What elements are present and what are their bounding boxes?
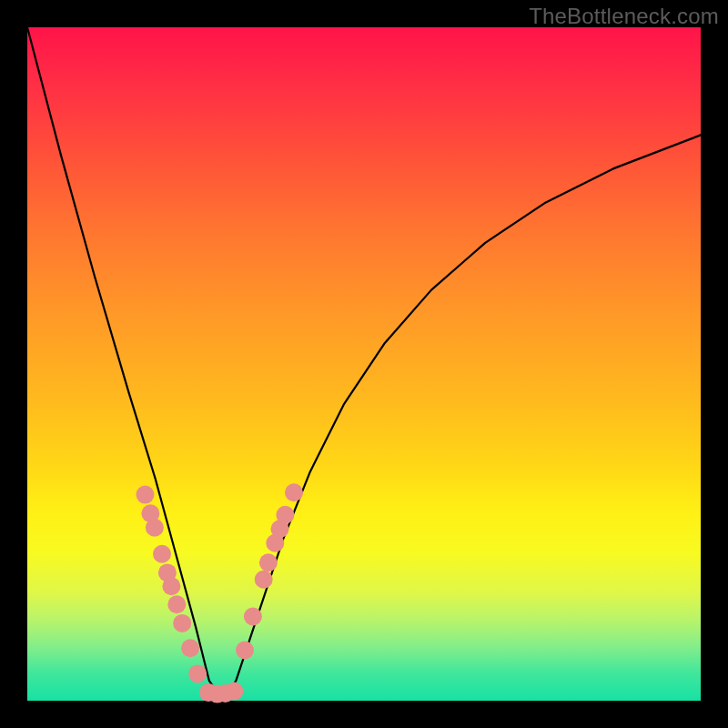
highlight-dot (167, 595, 186, 613)
highlight-dot (285, 483, 303, 501)
chart-svg (27, 27, 701, 701)
highlight-dot (225, 682, 243, 701)
highlight-dots (136, 483, 304, 703)
highlight-dot (173, 614, 191, 632)
highlight-dot (236, 642, 254, 660)
chart-frame: TheBottleneck.com (0, 0, 728, 728)
highlight-dot (153, 545, 171, 563)
watermark-text: TheBottleneck.com (529, 4, 719, 29)
highlight-dot (181, 639, 199, 657)
plot-area (27, 27, 701, 701)
highlight-dot (259, 553, 278, 571)
highlight-dot (136, 486, 155, 504)
highlight-dot (188, 664, 207, 682)
bottleneck-curve (27, 27, 701, 701)
highlight-dot (244, 608, 262, 626)
highlight-dot (255, 571, 273, 589)
highlight-dot (276, 506, 294, 524)
highlight-dot (162, 577, 180, 595)
highlight-dot (146, 519, 164, 537)
